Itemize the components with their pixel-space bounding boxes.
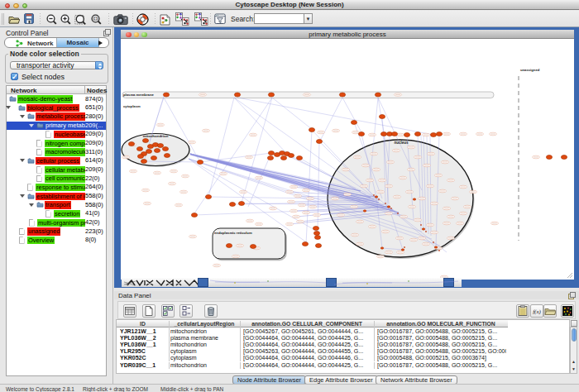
svg-text:1:1: 1:1 [93,17,98,21]
svg-text:f(x): f(x) [533,308,541,315]
svg-text:plasma membrane: plasma membrane [123,93,154,97]
svg-text:mitochondrion: mitochondrion [143,134,169,138]
svg-text:unassigned: unassigned [520,68,540,72]
svg-text:cytoplasm: cytoplasm [123,104,141,108]
svg-text:nucleus: nucleus [394,141,409,145]
svg-text:endoplasmic reticulum: endoplasmic reticulum [214,231,252,235]
